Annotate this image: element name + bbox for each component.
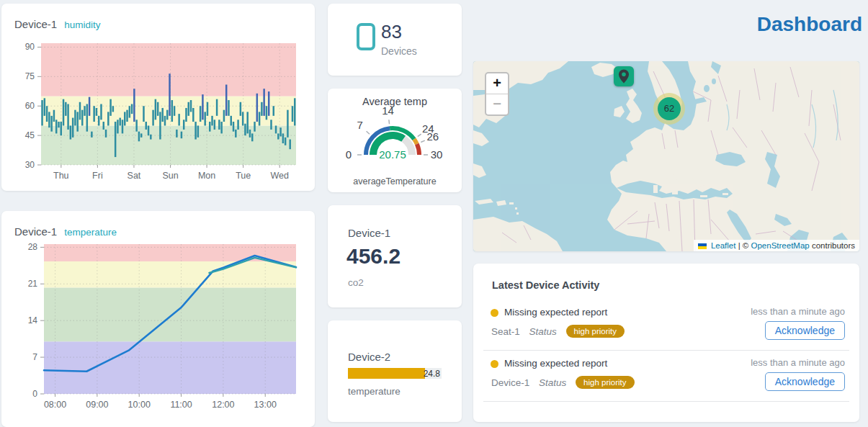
- alarm-status-label: Status: [539, 377, 566, 388]
- svg-text:60: 60: [25, 101, 35, 111]
- alarm-details: Seat-1 Status high priority: [491, 325, 625, 338]
- temperature-card-title: Device-1temperature: [14, 225, 117, 238]
- alarm-type: Missing expected report: [504, 307, 607, 318]
- map-zoom-control: + −: [485, 72, 509, 116]
- temperature-chart: 0714212808:0009:0010:0011:0012:0013:00: [1, 240, 315, 421]
- row-divider: [483, 350, 849, 351]
- svg-text:Thu: Thu: [53, 171, 69, 181]
- acknowledge-button[interactable]: Acknowledge: [765, 372, 845, 391]
- svg-text:12:00: 12:00: [212, 400, 234, 410]
- openstreetmap-link[interactable]: OpenStreetMap: [751, 241, 810, 250]
- alarm-type: Missing expected report: [504, 358, 607, 369]
- co2-value: 456.2: [346, 244, 401, 269]
- svg-text:14: 14: [28, 315, 38, 325]
- svg-text:Wed: Wed: [271, 171, 290, 181]
- attribution-separator: |: [738, 241, 741, 250]
- series-label-humidity: humidity: [64, 19, 100, 30]
- page-title: Dashboard: [757, 13, 862, 36]
- severity-badge: high priority: [566, 325, 625, 338]
- svg-text:Sat: Sat: [127, 171, 141, 181]
- devices-count-label: Devices: [381, 45, 417, 57]
- alarm-device-name: Seat-1: [491, 326, 520, 337]
- svg-text:09:00: 09:00: [86, 400, 108, 410]
- acknowledge-button[interactable]: Acknowledge: [765, 321, 845, 340]
- dashboard-page: Device-1humidity 3045607590ThuFriSatSunM…: [0, 0, 868, 427]
- temperature-chart-card: Device-1temperature 0714212808:0009:0010…: [1, 211, 315, 427]
- alarm-severity-dot: [491, 360, 498, 368]
- svg-text:21: 21: [28, 279, 38, 289]
- average-temp-gauge-card: Average temp 071424263020.75 averageTemp…: [328, 89, 462, 192]
- svg-text:08:00: 08:00: [44, 400, 66, 410]
- device-map[interactable]: + − 62 Leaflet | © OpenStreetMap contrib…: [473, 61, 859, 251]
- average-temp-gauge: 071424263020.75: [328, 107, 462, 176]
- svg-text:75: 75: [25, 71, 35, 81]
- series-label-temperature: temperature: [64, 227, 117, 238]
- row-divider: [483, 401, 849, 402]
- devices-count: 83: [381, 21, 402, 43]
- co2-value-card: Device-1 456.2 co2: [328, 205, 462, 307]
- leaflet-link[interactable]: Leaflet: [711, 241, 736, 250]
- svg-text:Sun: Sun: [162, 171, 178, 181]
- device2-bar-track: 24.8: [348, 368, 442, 379]
- svg-text:0: 0: [32, 389, 37, 399]
- svg-text:0: 0: [346, 148, 352, 161]
- activity-row: Missing expected report less than a minu…: [473, 352, 859, 403]
- svg-text:11:00: 11:00: [170, 400, 192, 410]
- map-marker-pin[interactable]: [614, 66, 634, 86]
- device-name: Device-1: [14, 225, 57, 238]
- svg-text:90: 90: [25, 42, 35, 52]
- humidity-chart: 3045607590ThuFriSatSunMonTueWed: [1, 32, 315, 192]
- svg-text:20.75: 20.75: [379, 148, 406, 161]
- svg-text:45: 45: [25, 130, 35, 140]
- device-tablet-icon: [357, 23, 375, 50]
- activity-row: Missing expected report less than a minu…: [473, 301, 859, 351]
- svg-text:Tue: Tue: [236, 171, 251, 181]
- svg-text:Fri: Fri: [92, 171, 103, 181]
- alarm-time: less than a minute ago: [751, 357, 845, 368]
- activity-title: Latest Device Activity: [492, 279, 599, 291]
- humidity-chart-card: Device-1humidity 3045607590ThuFriSatSunM…: [1, 4, 315, 191]
- svg-text:13:00: 13:00: [254, 400, 277, 410]
- pin-icon: [614, 66, 634, 86]
- ukraine-flag-icon: [698, 243, 707, 249]
- devices-count-card: 83 Devices: [328, 4, 462, 76]
- map-cluster-marker[interactable]: 62: [653, 93, 685, 125]
- alarm-device-name: Device-1: [491, 377, 529, 388]
- humidity-card-title: Device-1humidity: [14, 18, 100, 30]
- device2-bar-fill: [348, 368, 425, 379]
- co2-key-label: co2: [348, 277, 364, 288]
- svg-text:Mon: Mon: [198, 171, 215, 181]
- alarm-time: less than a minute ago: [751, 306, 845, 317]
- device2-temperature-card: Device-2 24.8 temperature: [328, 320, 462, 422]
- svg-text:28: 28: [28, 242, 38, 252]
- device2-name: Device-2: [348, 351, 390, 363]
- map-attribution: Leaflet | © OpenStreetMap contributors: [694, 240, 859, 251]
- alarm-details: Device-1 Status high priority: [491, 376, 635, 389]
- alarm-severity-dot: [491, 309, 498, 317]
- svg-text:7: 7: [32, 352, 37, 362]
- zoom-out-button[interactable]: −: [486, 94, 508, 114]
- svg-text:30: 30: [25, 160, 35, 170]
- severity-badge: high priority: [576, 376, 634, 389]
- svg-text:26: 26: [426, 130, 439, 143]
- latest-device-activity-card: Latest Device Activity Missing expected …: [473, 264, 859, 422]
- attribution-copyright: ©: [743, 241, 748, 250]
- attribution-suffix: contributors: [812, 241, 855, 250]
- gauge-key-label: averageTemperature: [328, 176, 462, 186]
- svg-text:14: 14: [382, 107, 394, 117]
- svg-text:30: 30: [431, 148, 443, 161]
- svg-text:10:00: 10:00: [128, 400, 151, 410]
- device2-key-label: temperature: [348, 386, 401, 397]
- cluster-count: 62: [658, 97, 681, 120]
- svg-text:7: 7: [357, 119, 362, 131]
- zoom-in-button[interactable]: +: [486, 73, 508, 94]
- world-map-svg: [473, 61, 859, 251]
- co2-device-name: Device-1: [348, 227, 390, 239]
- device2-bar-value: 24.8: [424, 369, 440, 379]
- alarm-status-label: Status: [529, 326, 557, 337]
- gauge-title: Average temp: [328, 96, 462, 107]
- device-name: Device-1: [14, 18, 57, 30]
